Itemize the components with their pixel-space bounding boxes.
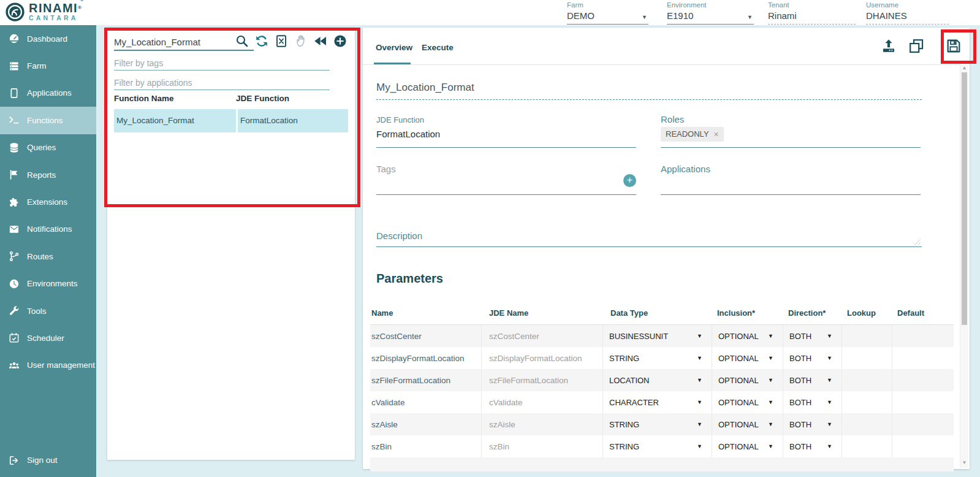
search-icon[interactable] (235, 34, 249, 48)
refresh-icon[interactable] (254, 34, 269, 48)
save-icon[interactable] (945, 37, 962, 55)
description-field[interactable]: Description (376, 231, 922, 247)
function-search-input[interactable] (114, 34, 254, 51)
routes-branch-icon (8, 250, 20, 262)
sidebar-item-sign-out[interactable]: Sign out (0, 447, 96, 474)
chevron-down-icon[interactable]: ▼ (747, 14, 753, 20)
param-lookup[interactable] (842, 391, 892, 413)
param-lookup[interactable] (842, 369, 892, 391)
scrollbar-thumb[interactable] (962, 72, 967, 325)
chevron-down-icon: ▼ (827, 443, 832, 449)
tools-wrench-icon (8, 305, 20, 317)
col-header-lookup: Lookup (842, 302, 892, 324)
brand-text: RINAMIˇ® CANTARA (29, 2, 82, 21)
param-lookup[interactable] (842, 325, 892, 347)
upload-icon[interactable] (880, 37, 897, 55)
textarea-resize-handle[interactable] (914, 238, 921, 245)
sidebar-item-notifications[interactable]: Notifications (0, 216, 96, 243)
param-lookup[interactable] (842, 435, 892, 457)
direction-select[interactable]: BOTH▼ (783, 435, 842, 457)
sidebar-item-user-management[interactable]: User management (0, 352, 96, 379)
direction-select[interactable]: BOTH▼ (783, 413, 842, 435)
sidebar-item-tools[interactable]: Tools (0, 297, 96, 324)
param-lookup[interactable] (842, 347, 892, 369)
scroll-down-icon[interactable]: ▼ (960, 460, 968, 465)
direction-select[interactable]: BOTH▼ (783, 347, 842, 369)
reports-flag-icon (8, 169, 20, 181)
function-title[interactable]: My_Location_Format (376, 82, 922, 100)
param-default[interactable] (892, 391, 954, 413)
function-list-row-selected[interactable]: My_Location_Format FormatLocation (114, 109, 348, 132)
applications-field[interactable]: Applications (661, 164, 921, 195)
tenant-label: Tenant (768, 1, 856, 9)
brand-name: RINAMIˇ® (29, 2, 82, 13)
data-type-select[interactable]: STRING▼ (603, 413, 712, 435)
sidebar-item-label: Queries (27, 143, 56, 152)
sidebar-item-scheduler[interactable]: Scheduler (0, 324, 96, 351)
add-function-icon[interactable] (333, 34, 348, 48)
jde-function-field[interactable]: JDE Function FormatLocation (376, 115, 636, 148)
data-type-select[interactable]: CHARACTER▼ (603, 391, 712, 413)
sidebar-item-functions[interactable]: Functions (0, 107, 96, 134)
sidebar-item-reports[interactable]: Reports (0, 161, 96, 188)
environment-value: E1910 (667, 10, 693, 21)
direction-select[interactable]: BOTH▼ (783, 325, 842, 347)
col-header-direction: Direction* (783, 302, 842, 324)
sidebar-item-label: Extensions (27, 197, 67, 207)
data-type-select[interactable]: STRING▼ (603, 347, 712, 369)
inclusion-select[interactable]: OPTIONAL▼ (712, 435, 783, 457)
sidebar-item-farm[interactable]: Farm (0, 52, 96, 79)
direction-select[interactable]: BOTH▼ (783, 391, 842, 413)
sidebar-item-label: Environments (27, 279, 78, 288)
filter-by-applications-input[interactable] (114, 75, 330, 90)
roles-field[interactable]: Roles READONLY × (661, 114, 921, 148)
scroll-up-icon[interactable]: ▲ (960, 65, 968, 71)
environment-select[interactable]: Environment E1910▼ (667, 1, 754, 25)
data-type-select[interactable]: STRING▼ (603, 435, 712, 457)
chevron-down-icon: ▼ (768, 377, 773, 383)
add-tag-icon[interactable]: + (623, 174, 636, 187)
sidebar-item-dashboard[interactable]: Dashboard (0, 25, 96, 52)
sidebar-item-label: Sign out (27, 456, 58, 465)
parameter-row: szBin szBin STRING▼ OPTIONAL▼ BOTH▼ (370, 435, 954, 457)
sidebar-item-extensions[interactable]: Extensions (0, 188, 96, 215)
remove-role-icon[interactable]: × (714, 131, 719, 138)
param-default[interactable] (892, 435, 954, 457)
param-lookup[interactable] (842, 413, 892, 435)
excel-export-icon[interactable] (274, 34, 289, 48)
farm-select[interactable]: Farm DEMO▼ (567, 1, 648, 25)
direction-select[interactable]: BOTH▼ (783, 369, 842, 391)
function-list-panel: Function Name JDE Function My_Location_F… (107, 28, 355, 460)
param-default[interactable] (892, 325, 954, 347)
sidebar-item-environments[interactable]: Environments (0, 270, 96, 297)
hand-pointer-icon[interactable] (294, 34, 308, 48)
sidebar-item-routes[interactable]: Routes (0, 243, 96, 270)
param-default[interactable] (892, 413, 954, 435)
function-list-header: Function Name JDE Function (114, 94, 348, 103)
chevron-down-icon: ▼ (768, 355, 773, 361)
sidebar-item-label: User management (27, 361, 95, 370)
inclusion-select[interactable]: OPTIONAL▼ (712, 413, 783, 435)
param-default[interactable] (892, 347, 954, 369)
chevron-down-icon[interactable]: ▼ (642, 14, 647, 20)
tags-field[interactable]: Tags + (376, 164, 636, 195)
sidebar-item-label: Notifications (27, 224, 72, 234)
filter-by-tags-input[interactable] (114, 56, 330, 71)
param-default[interactable] (892, 369, 954, 391)
vertical-scrollbar[interactable]: ▲ ▼ (960, 63, 968, 468)
tab-execute[interactable]: Execute (422, 43, 454, 52)
inclusion-select[interactable]: OPTIONAL▼ (712, 347, 783, 369)
chevron-down-icon: ▼ (697, 355, 702, 361)
inclusion-select[interactable]: OPTIONAL▼ (712, 325, 783, 347)
inclusion-select[interactable]: OPTIONAL▼ (712, 369, 783, 391)
role-chip-readonly: READONLY × (661, 127, 724, 142)
sidebar-item-queries[interactable]: Queries (0, 134, 96, 161)
tab-overview[interactable]: Overview (376, 43, 412, 52)
data-type-select[interactable]: LOCATION▼ (603, 369, 712, 391)
inclusion-select[interactable]: OPTIONAL▼ (712, 391, 783, 413)
sidebar-item-applications[interactable]: Applications (0, 80, 96, 107)
copy-icon[interactable] (908, 37, 925, 55)
rewind-icon[interactable] (313, 34, 328, 48)
param-name: szBin (370, 435, 482, 457)
data-type-select[interactable]: BUSINESSUNIT▼ (603, 325, 712, 347)
